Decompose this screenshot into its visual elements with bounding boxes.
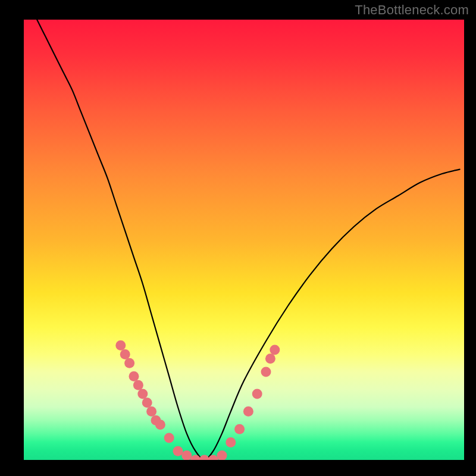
bottleneck-marker-group — [115, 340, 280, 460]
watermark-text: TheBottleneck.com — [355, 2, 469, 18]
bottleneck-marker — [234, 424, 245, 434]
bottleneck-marker — [252, 389, 262, 399]
bottleneck-marker — [164, 433, 174, 443]
bottleneck-marker — [115, 340, 126, 350]
bottleneck-marker — [226, 437, 236, 447]
bottleneck-marker — [243, 406, 253, 416]
bottleneck-marker — [155, 419, 165, 430]
bottleneck-marker — [133, 380, 143, 390]
chart-frame: TheBottleneck.com — [0, 0, 476, 476]
bottleneck-marker — [137, 389, 148, 399]
bottleneck-marker — [181, 450, 192, 460]
bottleneck-curve-path — [37, 20, 459, 460]
chart-svg — [24, 20, 464, 460]
bottleneck-marker — [173, 446, 183, 456]
bottleneck-marker — [199, 455, 209, 461]
bottleneck-marker — [124, 358, 134, 368]
bottleneck-marker — [265, 353, 275, 364]
bottleneck-marker — [217, 450, 227, 460]
bottleneck-marker — [270, 345, 280, 355]
bottleneck-marker — [129, 371, 139, 381]
bottleneck-marker — [261, 367, 271, 377]
bottleneck-marker — [142, 397, 152, 408]
bottleneck-marker — [146, 406, 156, 416]
bottleneck-marker — [120, 349, 130, 359]
